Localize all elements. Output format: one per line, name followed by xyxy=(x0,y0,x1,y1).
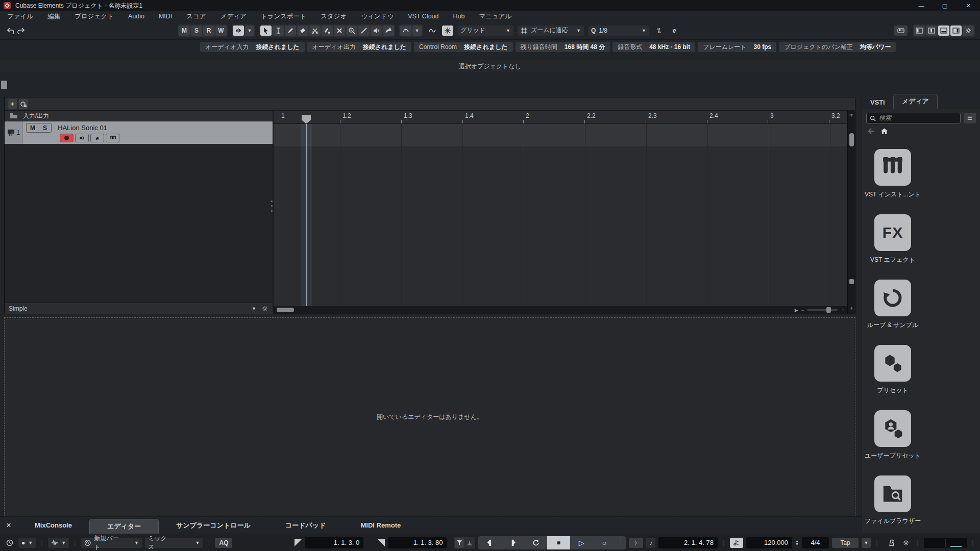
comp-tool-button[interactable] xyxy=(400,26,411,36)
track-list-empty-area[interactable] xyxy=(5,144,273,303)
menu-transport[interactable]: トランスポート xyxy=(254,11,313,22)
automation-curve-button[interactable] xyxy=(427,26,438,36)
glue-tool[interactable] xyxy=(322,26,333,36)
media-list-view-button[interactable]: ☰ xyxy=(964,113,976,123)
zoom-slider-thumb[interactable] xyxy=(826,307,831,313)
track-name[interactable]: HALion Sonic 01 xyxy=(58,124,107,132)
tempo-options-button[interactable]: ▼ xyxy=(862,538,871,548)
play-tool[interactable] xyxy=(371,26,382,36)
comp-tool-options-button[interactable]: ▼ xyxy=(412,26,422,36)
left-locator-display[interactable]: 1. 1. 3. 0 xyxy=(305,537,364,548)
right-locator-flag-icon[interactable] xyxy=(378,539,385,546)
grid-type-dropdown[interactable]: ズームに適応 ▼ xyxy=(518,26,584,36)
mute-tool[interactable] xyxy=(334,26,345,36)
stop-button[interactable]: ■ xyxy=(547,536,570,549)
mix-dropdown[interactable]: ミックス ▼ xyxy=(145,538,203,548)
split-tool[interactable] xyxy=(309,26,321,36)
tap-tempo-button[interactable]: Tap xyxy=(832,538,859,548)
snap-button[interactable] xyxy=(442,26,453,36)
secondary-position-display[interactable]: 2. 1. 4. 78 xyxy=(658,537,718,548)
time-signature-display[interactable]: 4/4 xyxy=(802,537,829,548)
minimize-button[interactable]: — xyxy=(910,0,933,11)
record-button[interactable]: ○ xyxy=(593,536,616,549)
toggle-info-line-button[interactable] xyxy=(926,26,937,36)
record-mode-dropdown[interactable]: ●▼ xyxy=(18,538,36,548)
record-enable-button[interactable] xyxy=(60,134,74,142)
io-folder-track[interactable]: 入力/出力 xyxy=(5,111,273,121)
tile-presets[interactable]: プリセット xyxy=(869,345,916,395)
menu-project[interactable]: プロジェクト xyxy=(67,11,121,22)
edit-instrument-button[interactable]: e xyxy=(90,134,104,142)
tile-vst-instruments[interactable]: VST インスト...ント xyxy=(869,149,916,199)
solo-all-button[interactable]: S xyxy=(191,26,202,36)
toggle-right-zone-button[interactable] xyxy=(950,26,962,36)
control-room-cell[interactable]: Control Room接続されました xyxy=(414,42,512,52)
menu-file[interactable]: ファイル xyxy=(0,11,40,22)
punch-in-button[interactable] xyxy=(455,538,464,548)
tile-file-browser[interactable]: ファイルブラウザー xyxy=(869,475,916,525)
tempo-stepper[interactable]: ▲▼ xyxy=(795,540,799,546)
horizontal-scroll-thumb[interactable] xyxy=(277,308,294,312)
tile-vst-effects[interactable]: FX VST エフェクト xyxy=(869,214,916,264)
object-selection-tool[interactable] xyxy=(260,26,272,36)
pan-law-cell[interactable]: プロジェクトのパン補正均等パワー xyxy=(779,42,896,52)
redo-icon[interactable] xyxy=(17,27,24,34)
snap-type-dropdown[interactable]: グリッド ▼ xyxy=(457,26,513,36)
menu-score[interactable]: スコア xyxy=(179,11,213,22)
mute-all-button[interactable]: M xyxy=(179,26,190,36)
project-window-handle[interactable] xyxy=(1,81,7,89)
constrain-delay-button[interactable] xyxy=(4,538,15,548)
right-locator-display[interactable]: 1. 1. 3. 80 xyxy=(388,537,447,548)
menu-vst-cloud[interactable]: VST Cloud xyxy=(401,12,446,21)
tempo-display[interactable]: 120.000 xyxy=(746,537,792,548)
cycle-button[interactable] xyxy=(524,536,547,549)
frame-rate-cell[interactable]: フレームレート30 fps xyxy=(698,42,776,52)
racks-button[interactable] xyxy=(894,26,908,36)
monitor-button[interactable] xyxy=(75,134,89,142)
tile-user-presets[interactable]: ユーザープリセット xyxy=(869,410,916,460)
menu-window[interactable]: ウィンドウ xyxy=(354,11,401,22)
setup-window-layout-button[interactable] xyxy=(963,26,974,36)
horizontal-zoom-slider[interactable] xyxy=(807,309,838,311)
audio-input-cell[interactable]: オーディオ入力接続されました xyxy=(200,42,305,52)
go-to-previous-marker-button[interactable]: ⏴▌ xyxy=(478,536,501,549)
go-to-next-marker-button[interactable]: ▐⏵ xyxy=(501,536,524,549)
record-time-cell[interactable]: 残り録音時間168 時間 48 分 xyxy=(516,42,610,52)
scroll-right-icon[interactable]: ▶ xyxy=(795,308,798,313)
chevron-down-icon[interactable]: ▼ xyxy=(252,306,256,311)
audio-record-mode-dropdown[interactable]: ▼ xyxy=(48,538,69,548)
zoom-out-button[interactable]: − xyxy=(801,308,804,313)
gear-icon[interactable] xyxy=(261,305,268,312)
tab-mixconsole[interactable]: MixConsole xyxy=(17,518,89,532)
new-part-dropdown[interactable]: 新規パート ▼ xyxy=(81,538,142,548)
audio-output-cell[interactable]: オーディオ出力接続されました xyxy=(307,42,412,52)
draw-tool[interactable] xyxy=(285,26,296,36)
maximize-button[interactable]: ▢ xyxy=(933,0,957,11)
back-icon[interactable] xyxy=(867,128,875,135)
tempo-track-button[interactable] xyxy=(730,538,743,548)
vertical-zoom-thumb[interactable] xyxy=(849,279,854,284)
metronome-setup-button[interactable] xyxy=(900,538,912,548)
zoom-tool[interactable] xyxy=(346,26,357,36)
read-automation-button[interactable]: R xyxy=(203,26,214,36)
tab-chord-pads[interactable]: コードパッド xyxy=(268,518,344,533)
vertical-scroll-thumb[interactable] xyxy=(849,133,854,146)
track-solo-button[interactable]: S xyxy=(39,123,51,132)
line-tool[interactable] xyxy=(358,26,370,36)
home-icon[interactable] xyxy=(880,128,888,135)
menu-manual[interactable]: マニュアル xyxy=(472,11,519,22)
menu-audio[interactable]: Audio xyxy=(121,12,152,21)
horizontal-scrollbar[interactable]: ▶ − ＋ xyxy=(274,306,847,314)
zoom-in-button[interactable]: ＋ xyxy=(841,307,845,313)
project-cursor-handle[interactable] xyxy=(302,115,311,124)
media-search-input[interactable]: 検索 xyxy=(866,113,961,123)
close-button[interactable]: ✕ xyxy=(957,0,980,11)
vertical-scrollbar[interactable]: ≋ ＋ xyxy=(847,111,855,314)
tab-sampler-control[interactable]: サンプラーコントロール xyxy=(159,518,268,533)
tab-midi-remote[interactable]: MIDI Remote xyxy=(343,518,418,532)
feedback-tool[interactable] xyxy=(383,26,394,36)
left-locator-flag-icon[interactable] xyxy=(295,539,302,546)
quantize-panel-button[interactable]: e xyxy=(669,26,680,36)
menu-hub[interactable]: Hub xyxy=(446,12,472,21)
iterative-quantize-button[interactable]: ⁒ xyxy=(653,26,665,36)
